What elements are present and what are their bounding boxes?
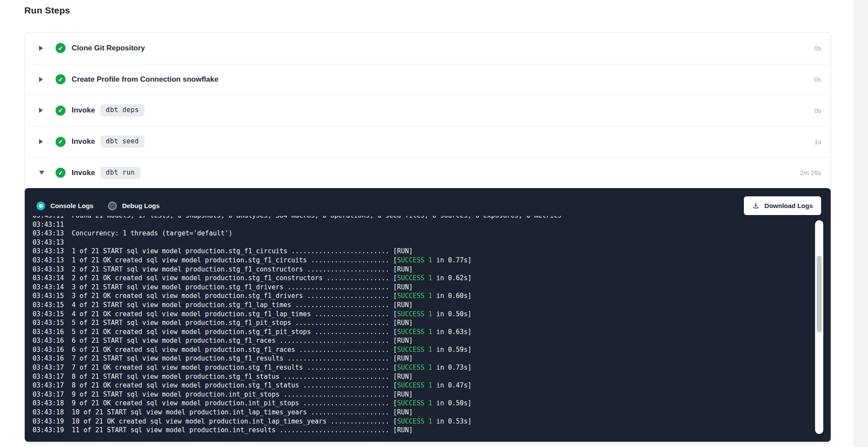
step-command-badge: dbt run <box>100 167 141 179</box>
radio-unselected-icon[interactable] <box>108 202 117 210</box>
log-line: 03:43:15 3 of 21 OK created sql view mod… <box>33 291 831 301</box>
step-row[interactable]: ✓Invokedbt deps0s <box>25 95 831 126</box>
log-success-status: SUCCESS 1 <box>397 417 432 425</box>
chevron-right-icon[interactable] <box>39 46 45 51</box>
chevron-right-icon[interactable] <box>39 108 45 113</box>
chevron-down-icon[interactable] <box>39 171 45 175</box>
log-lines: 03:43:11 Found 21 models, 17 tests, 0 sn… <box>33 216 831 435</box>
chevron-right-icon[interactable] <box>39 139 45 144</box>
console-log-output[interactable]: 03:43:11 Found 21 models, 17 tests, 0 sn… <box>25 216 831 442</box>
download-logs-button[interactable]: Download Logs <box>744 196 821 215</box>
page-title: Run Steps <box>24 5 70 16</box>
log-type-radio-group: Console LogsDebug Logs <box>36 202 160 210</box>
check-circle-icon: ✓ <box>56 74 66 84</box>
step-duration: 2m 26s <box>800 169 821 176</box>
check-circle-icon: ✓ <box>56 137 66 147</box>
log-line: 03:43:16 6 of 21 START sql view model pr… <box>33 336 831 345</box>
radio-debug-logs[interactable]: Debug Logs <box>108 202 160 210</box>
log-success-status: SUCCESS 1 <box>397 292 432 300</box>
log-line: 03:43:16 5 of 21 OK created sql view mod… <box>33 328 831 337</box>
radio-selected-icon[interactable] <box>36 202 45 210</box>
log-line: 03:43:17 7 of 21 OK created sql view mod… <box>33 363 831 372</box>
step-label: Invoke <box>72 137 95 146</box>
log-line: 03:43:13 1 of 21 START sql view model pr… <box>33 247 831 256</box>
radio-label: Debug Logs <box>122 202 160 209</box>
chevron-right-icon[interactable] <box>39 77 45 82</box>
log-line: 03:43:17 8 of 21 OK created sql view mod… <box>33 381 831 390</box>
log-success-status: SUCCESS 1 <box>397 346 432 354</box>
step-duration: 1s <box>814 138 821 146</box>
log-success-status: SUCCESS 1 <box>397 310 432 318</box>
run-steps-page: Run Steps ✓Clone Git Repository0s✓Create… <box>0 0 868 447</box>
check-circle-icon: ✓ <box>56 106 66 116</box>
log-line: 03:43:11 <box>33 220 831 229</box>
download-icon <box>752 202 760 209</box>
log-line: 03:43:18 9 of 21 OK created sql view mod… <box>33 399 831 408</box>
step-row[interactable]: ✓Invokedbt seed1s <box>25 126 831 157</box>
step-duration: 0s <box>814 44 821 52</box>
log-success-status: SUCCESS 1 <box>397 381 432 389</box>
log-line: 03:43:15 5 of 21 START sql view model pr… <box>33 318 831 328</box>
step-label: Clone Git Repository <box>72 44 145 53</box>
log-line: 03:43:13 2 of 21 START sql view model pr… <box>33 265 831 274</box>
step-label: Invoke <box>72 106 95 115</box>
console-scrollbar[interactable] <box>815 220 823 434</box>
run-steps-card: ✓Clone Git Repository0s✓Create Profile f… <box>24 32 831 444</box>
step-command-badge: dbt seed <box>100 136 145 148</box>
log-line: 03:43:13 1 of 21 OK created sql view mod… <box>33 256 831 265</box>
log-success-status: SUCCESS 1 <box>397 364 432 371</box>
check-circle-icon: ✓ <box>56 43 66 53</box>
log-line: 03:43:19 11 of 21 START sql view model p… <box>33 426 831 435</box>
log-line: 03:43:16 7 of 21 START sql view model pr… <box>33 354 831 363</box>
log-line: 03:43:17 8 of 21 START sql view model pr… <box>33 372 831 381</box>
step-command-badge: dbt deps <box>100 104 145 116</box>
radio-console-logs[interactable]: Console Logs <box>36 202 93 210</box>
log-line: 03:43:11 Found 21 models, 17 tests, 0 sn… <box>33 216 831 220</box>
log-line: 03:43:18 10 of 21 START sql view model p… <box>33 408 831 417</box>
step-label: Create Profile from Connection snowflake <box>72 75 218 84</box>
log-line: 03:43:17 9 of 21 START sql view model pr… <box>33 390 831 399</box>
step-row[interactable]: ✓Clone Git Repository0s <box>25 33 831 64</box>
console-header: Console LogsDebug Logs Download Logs <box>25 188 831 216</box>
log-success-status: SUCCESS 1 <box>397 274 432 282</box>
console-scrollbar-thumb[interactable] <box>817 256 822 332</box>
log-line: 03:43:13 Concurrency: 1 threads (target=… <box>33 229 831 238</box>
log-line: 03:43:14 2 of 21 OK created sql view mod… <box>33 274 831 283</box>
log-success-status: SUCCESS 1 <box>397 256 432 264</box>
log-success-status: SUCCESS 1 <box>397 399 432 407</box>
step-row[interactable]: ✓Create Profile from Connection snowflak… <box>25 64 831 95</box>
check-circle-icon: ✓ <box>56 168 66 178</box>
download-logs-label: Download Logs <box>764 202 813 209</box>
page-right-gutter <box>854 0 868 447</box>
radio-label: Console Logs <box>50 202 93 209</box>
run-steps-list: ✓Clone Git Repository0s✓Create Profile f… <box>25 33 831 188</box>
step-row[interactable]: ✓Invokedbt run2m 26s <box>25 157 831 188</box>
log-line: 03:43:14 3 of 21 START sql view model pr… <box>33 283 831 292</box>
step-duration: 0s <box>814 76 821 83</box>
log-success-status: SUCCESS 1 <box>397 328 432 336</box>
step-label: Invoke <box>72 169 95 177</box>
log-line: 03:43:13 <box>33 238 831 247</box>
log-line: 03:43:19 10 of 21 OK created sql view mo… <box>33 417 831 426</box>
step-duration: 0s <box>814 107 821 114</box>
log-line: 03:43:16 6 of 21 OK created sql view mod… <box>33 345 831 354</box>
log-line: 03:43:15 4 of 21 START sql view model pr… <box>33 301 831 310</box>
log-line: 03:43:15 4 of 21 OK created sql view mod… <box>33 310 831 319</box>
console-panel: Console LogsDebug Logs Download Logs 03:… <box>25 188 831 442</box>
